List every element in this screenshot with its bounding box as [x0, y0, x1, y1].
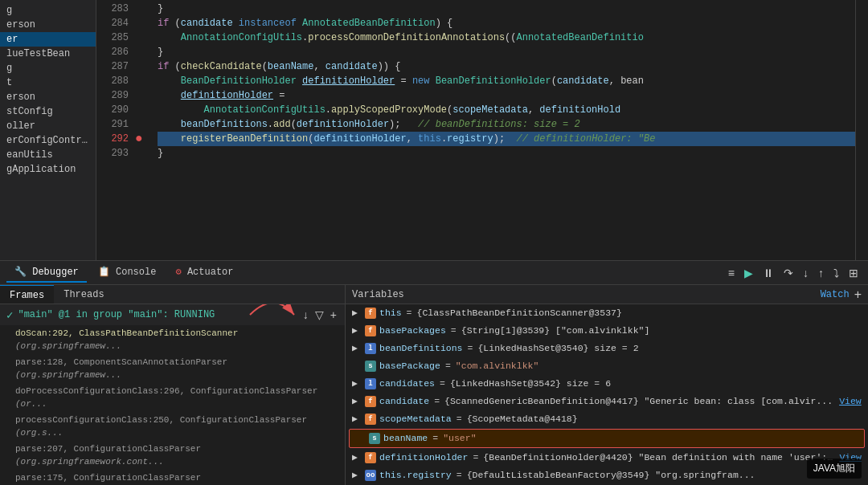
var-definitionholder[interactable]: ▶ f definitionHolder = {BeanDefinitionHo… — [346, 449, 868, 467]
var-candidate-icon: f — [365, 396, 376, 407]
sidebar-item-oller[interactable]: oller — [0, 119, 96, 133]
var-beandefinitions[interactable]: ▶ l beanDefinitions = {LinkedHashSet@354… — [346, 340, 868, 357]
var-candidate-link[interactable]: View — [839, 394, 862, 409]
variables-header: Variables Watch + — [346, 285, 868, 304]
code-line-286: } — [158, 45, 855, 59]
var-thisregistry-name: this.registry — [379, 468, 452, 483]
arrow-annotation — [250, 307, 298, 323]
tab-actuator[interactable]: ⚙ Actuator — [167, 263, 241, 283]
var-basepackage-icon: s — [365, 361, 376, 372]
tab-debugger[interactable]: 🔧 Debugger — [6, 263, 87, 283]
sidebar-item-t[interactable]: t — [0, 75, 96, 90]
thread-step-down-btn[interactable]: ↓ — [301, 307, 310, 323]
frame-item-parse207[interactable]: parse:207, ConfigurationClassParser (org… — [0, 441, 345, 470]
breakpoint-gutter: ● — [135, 0, 151, 260]
frame-item-doprocess296[interactable]: doProcessConfigurationClass:296, Configu… — [0, 383, 345, 412]
var-scopemetadata-name: scopeMetadata — [379, 412, 452, 426]
var-basepackages-name: basePackages — [379, 324, 446, 338]
console-icon: 📋 — [98, 267, 110, 278]
debug-toolbar-buttons: ≡ ▶ ⏸ ↷ ↓ ↑ ⤵ ⊞ — [725, 266, 862, 280]
sidebar-item-stconfig[interactable]: stConfig — [0, 104, 96, 119]
var-basepackages[interactable]: ▶ f basePackages = {String[1]@3539} ["co… — [346, 322, 868, 340]
var-definitionholder-name: definitionHolder — [379, 450, 468, 465]
file-sidebar: g erson er lueTestBean g t erson stConfi… — [0, 0, 96, 260]
code-line-283: } — [158, 2, 855, 16]
var-basepackages-arrow: ▶ — [352, 324, 362, 338]
debug-content: Frames Threads ✓ "main" @1 in group "mai… — [0, 285, 868, 485]
var-candidates-name: candidates — [379, 377, 435, 391]
var-definitionholder-icon: f — [365, 452, 376, 463]
thread-name: "main" @1 in group "main": RUNNING — [18, 309, 215, 320]
var-thisregistry-arrow: ▶ — [352, 468, 362, 483]
code-line-289: definitionHolder = — [158, 88, 855, 103]
toolbar-settings-btn[interactable]: ≡ — [725, 266, 738, 280]
frame-item-parse128[interactable]: parse:128, ComponentScanAnnotationParser… — [0, 354, 345, 383]
var-this[interactable]: ▶ f this = {ClassPathBeanDefinitionScann… — [346, 304, 868, 322]
toolbar-run-to-cursor-btn[interactable]: ⤵ — [830, 266, 842, 280]
minimap — [855, 0, 868, 260]
var-thisregistry[interactable]: ▶ oo this.registry = {DefaultListableBea… — [346, 467, 868, 484]
var-this-name: this — [379, 306, 402, 320]
var-candidate-name: candidate — [379, 394, 429, 409]
toolbar-resume-btn[interactable]: ▶ — [741, 266, 756, 280]
line-289: 289 — [96, 88, 129, 103]
code-line-285: AnnotationConfigUtils.processCommonDefin… — [158, 31, 855, 45]
toolbar-pause-btn[interactable]: ⏸ — [760, 266, 777, 280]
line-293: 293 — [96, 146, 129, 161]
debug-toolbar: 🔧 Debugger 📋 Console ⚙ Actuator ≡ ▶ ⏸ ↷ … — [0, 261, 868, 285]
var-candidates-arrow: ▶ — [352, 377, 362, 391]
sidebar-item-er[interactable]: er — [0, 32, 96, 47]
var-candidate[interactable]: ▶ f candidate = {ScannedGenericBeanDefin… — [346, 393, 868, 410]
frame-item-doscan[interactable]: doScan:292, ClassPathBeanDefinitionScann… — [0, 325, 345, 354]
actuator-icon: ⚙ — [175, 267, 181, 278]
thread-plus-btn[interactable]: + — [329, 307, 338, 323]
tab-frames[interactable]: Frames — [0, 285, 54, 304]
toolbar-step-into-btn[interactable]: ↓ — [800, 266, 812, 280]
var-beandefinitions-arrow: ▶ — [352, 341, 362, 356]
sidebar-item-erson[interactable]: erson — [0, 18, 96, 32]
toolbar-step-out-btn[interactable]: ↑ — [815, 266, 827, 280]
var-basepackage-value: "com.alvinklkk" — [456, 359, 539, 373]
frames-panel: Frames Threads ✓ "main" @1 in group "mai… — [0, 285, 346, 485]
var-this-icon: f — [365, 308, 376, 319]
sidebar-item-g2[interactable]: g — [0, 61, 96, 75]
var-beanname[interactable]: ▶ s beanName = "user" — [349, 429, 865, 448]
code-line-291: beanDefinitions.add(definitionHolder); /… — [158, 117, 855, 132]
tab-console[interactable]: 📋 Console — [90, 263, 165, 283]
var-scopemetadata-value: {ScopeMetadata@4418} — [467, 412, 578, 426]
frame-item-process250[interactable]: processConfigurationClass:250, Configura… — [0, 412, 345, 441]
line-286: 286 — [96, 45, 129, 59]
thread-controls: ↓ ▽ + — [250, 307, 338, 323]
var-beanname-name: beanName — [383, 431, 428, 446]
code-line-292: registerBeanDefinition(definitionHolder,… — [158, 132, 855, 146]
watch-add-btn[interactable]: + — [854, 287, 862, 302]
var-candidates[interactable]: ▶ l candidates = {LinkedHashSet@3542} si… — [346, 375, 868, 393]
var-basepackage[interactable]: ▶ s basePackage = "com.alvinklkk" — [346, 357, 868, 375]
thread-filter-btn[interactable]: ▽ — [313, 307, 326, 323]
var-candidates-icon: l — [365, 378, 376, 389]
sidebar-item-erson2[interactable]: erson — [0, 90, 96, 104]
watermark: JAVA旭阳 — [807, 459, 862, 479]
sidebar-item-luetestbean[interactable]: lueTestBean — [0, 47, 96, 61]
debug-panel: 🔧 Debugger 📋 Console ⚙ Actuator ≡ ▶ ⏸ ↷ … — [0, 260, 868, 485]
var-basepackage-name: basePackage — [379, 359, 440, 373]
var-beandefinitions-value: {LinkedHashSet@3540} size = 2 — [477, 341, 638, 356]
thread-entry: ✓ "main" @1 in group "main": RUNNING — [0, 304, 345, 325]
breakpoint-indicator: ● — [135, 132, 143, 146]
var-basepackages-icon: f — [365, 325, 376, 336]
code-lines: } if (candidate instanceof AnnotatedBean… — [151, 0, 855, 260]
var-scopemetadata[interactable]: ▶ f scopeMetadata = {ScopeMetadata@4418} — [346, 410, 868, 428]
toolbar-step-over-btn[interactable]: ↷ — [780, 266, 796, 280]
tab-threads[interactable]: Threads — [54, 285, 113, 304]
variables-list: ▶ f this = {ClassPathBeanDefinitionScann… — [346, 304, 868, 485]
var-beanname-value: "user" — [443, 431, 476, 446]
sidebar-item-eanutils[interactable]: eanUtils — [0, 148, 96, 162]
sidebar-item-gapplication[interactable]: gApplication — [0, 162, 96, 177]
code-line-290: AnnotationConfigUtils.applyScopedProxyMo… — [158, 103, 855, 117]
watch-label: Watch — [821, 289, 850, 300]
frame-item-parse175[interactable]: parse:175, ConfigurationClassParser (org… — [0, 470, 345, 485]
toolbar-evaluate-btn[interactable]: ⊞ — [845, 266, 862, 280]
sidebar-item-g[interactable]: g — [0, 3, 96, 18]
sidebar-item-erconfigcontroll[interactable]: erConfigControll — [0, 133, 96, 148]
line-283: 283 — [96, 2, 129, 16]
